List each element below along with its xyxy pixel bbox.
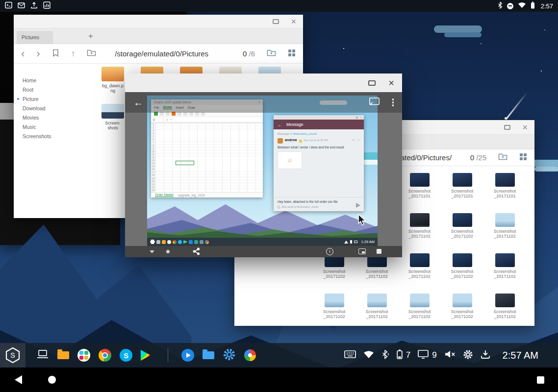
sidebar-item-home[interactable]: Home xyxy=(14,75,95,85)
file-item[interactable]: Screenshot _20171102 xyxy=(441,213,483,253)
restore-window-icon[interactable] xyxy=(273,19,279,24)
message-context: Message in #education_booth xyxy=(278,132,360,135)
star-icon: ☆ xyxy=(357,138,360,142)
forward-icon[interactable]: › xyxy=(36,49,40,59)
settings-gear-icon[interactable] xyxy=(463,349,473,362)
battery-icon xyxy=(350,240,352,244)
image-viewer-window[interactable]: × ← Orders 1024 update Demo× xyxy=(125,74,402,257)
pip-icon[interactable] xyxy=(358,248,366,254)
play-store-icon[interactable] xyxy=(141,350,151,361)
file-item[interactable]: Screenshot _20171102 xyxy=(483,213,526,253)
file-item[interactable]: Screenshot _20171102 xyxy=(355,253,398,294)
file-item[interactable]: Screenshot _20171102 xyxy=(313,294,355,334)
sidebar-item-movies[interactable]: Movies xyxy=(14,113,95,122)
file-item[interactable]: Screenshot _20171102 xyxy=(398,213,441,253)
slideshow-dot-icon[interactable] xyxy=(166,250,170,253)
cast-icon[interactable] xyxy=(369,98,380,108)
back-button[interactable] xyxy=(15,375,22,384)
wifi-icon[interactable] xyxy=(363,350,374,361)
back-icon[interactable]: ‹ xyxy=(21,49,25,59)
restore-window-icon[interactable] xyxy=(504,125,510,130)
app-icon xyxy=(194,240,198,244)
file-item[interactable]: Screenshot _20171102 xyxy=(398,294,441,334)
file-item[interactable]: Screenshot _20171101 xyxy=(441,173,483,213)
settings-app-icon[interactable] xyxy=(223,348,236,363)
file-item[interactable]: Screenshot _20171102 xyxy=(483,253,526,294)
selection-count: 0 /6 xyxy=(243,49,255,58)
tab-strip: Pictures + xyxy=(14,28,303,44)
bluetooth-icon[interactable] xyxy=(381,349,389,361)
selection-box xyxy=(176,161,194,165)
sidebar-item-picture[interactable]: Picture xyxy=(14,94,95,103)
sidebar-item-download[interactable]: Download xyxy=(14,103,95,113)
new-folder-icon[interactable] xyxy=(87,49,96,58)
emoji-icon xyxy=(299,140,302,143)
file-label: Screenshot _20171101 xyxy=(441,189,483,198)
file-item[interactable]: Screenshot _20171102 xyxy=(441,294,483,334)
volume-muted-icon[interactable] xyxy=(444,350,456,361)
keyboard-icon[interactable] xyxy=(344,350,356,360)
start-menu-button[interactable]: S xyxy=(0,343,25,368)
share-icon[interactable] xyxy=(193,247,200,257)
file-manager-icon[interactable] xyxy=(203,351,214,359)
compose-text: Hey team, attached is the full order csv… xyxy=(278,200,360,203)
message-title: Message xyxy=(286,122,304,127)
file-item[interactable]: Screenshot _20171102 xyxy=(313,253,355,294)
new-tab-button[interactable]: + xyxy=(88,31,93,41)
info-icon[interactable]: i xyxy=(326,248,333,255)
close-icon[interactable]: × xyxy=(291,17,296,26)
slack-icon[interactable] xyxy=(77,349,90,362)
caret-down-icon[interactable] xyxy=(150,250,154,253)
window-titlebar: × xyxy=(14,15,303,28)
close-icon[interactable]: × xyxy=(388,78,394,88)
status-bar: 2:57 xyxy=(0,0,558,12)
sidebar-item-music[interactable]: Music xyxy=(14,122,95,131)
files-app-icon[interactable] xyxy=(57,351,69,359)
sidebar-item-root[interactable]: Root xyxy=(14,85,95,94)
photos-pinwheel-icon[interactable] xyxy=(244,349,256,361)
file-item[interactable]: Screenshot _20171102 xyxy=(441,253,483,294)
update-icon[interactable] xyxy=(481,350,490,361)
cells xyxy=(156,123,263,192)
battery-icon xyxy=(531,1,535,11)
file-item[interactable]: Screenshot _20171102 xyxy=(483,294,526,334)
file-item[interactable]: Screenshot _20171102 xyxy=(398,253,441,294)
taskbar-clock[interactable]: 2:57 AM xyxy=(503,350,538,361)
back-icon[interactable]: ← xyxy=(133,97,143,108)
home-button[interactable] xyxy=(48,376,56,384)
clock: 1:29 AM xyxy=(361,240,375,244)
create-folder-icon[interactable] xyxy=(498,153,507,162)
image-thumbnail xyxy=(410,294,430,307)
chrome-icon[interactable] xyxy=(99,349,111,362)
recents-button[interactable] xyxy=(537,376,544,384)
skype-icon[interactable] xyxy=(120,349,132,362)
file-item[interactable]: Screenshot _20171102 xyxy=(355,294,398,334)
bookmark-icon[interactable] xyxy=(52,49,59,59)
bluetooth-icon xyxy=(498,1,503,11)
grid-view-icon[interactable] xyxy=(519,153,527,163)
image-thumbnail xyxy=(101,67,124,81)
app-icon xyxy=(205,240,209,244)
file-label: Screenshot _20171102 xyxy=(398,269,441,279)
close-icon[interactable]: × xyxy=(522,123,528,132)
file-item[interactable]: Screenshot _20171101 xyxy=(398,173,441,213)
laptop-app-icon[interactable] xyxy=(36,349,49,361)
create-folder-icon[interactable] xyxy=(267,49,276,58)
file-label: Screenshot _20171102 xyxy=(398,229,441,239)
battery-icon[interactable] xyxy=(397,349,403,361)
file-item[interactable]: Screenshot _20171101 xyxy=(483,173,526,213)
image-thumbnail xyxy=(453,253,472,267)
display-icon[interactable] xyxy=(418,350,429,361)
overflow-menu-icon[interactable] xyxy=(392,98,394,106)
app-icon-blue-circle[interactable] xyxy=(181,349,194,362)
tab-pictures[interactable]: Pictures xyxy=(17,31,53,44)
up-directory-icon[interactable]: ↑ xyxy=(71,49,76,59)
photo-view[interactable]: Orders 1024 update Demo× File Home Inser… xyxy=(147,96,378,246)
stop-icon[interactable] xyxy=(377,249,381,254)
taskbar-separator xyxy=(168,348,168,362)
sidebar-item-screenshots[interactable]: Screenshots xyxy=(14,131,95,141)
restore-window-icon[interactable] xyxy=(368,80,376,86)
file-label: Screenshot _20171102 xyxy=(483,309,526,319)
image-thumbnail xyxy=(453,213,472,227)
grid-view-icon[interactable] xyxy=(288,49,296,59)
